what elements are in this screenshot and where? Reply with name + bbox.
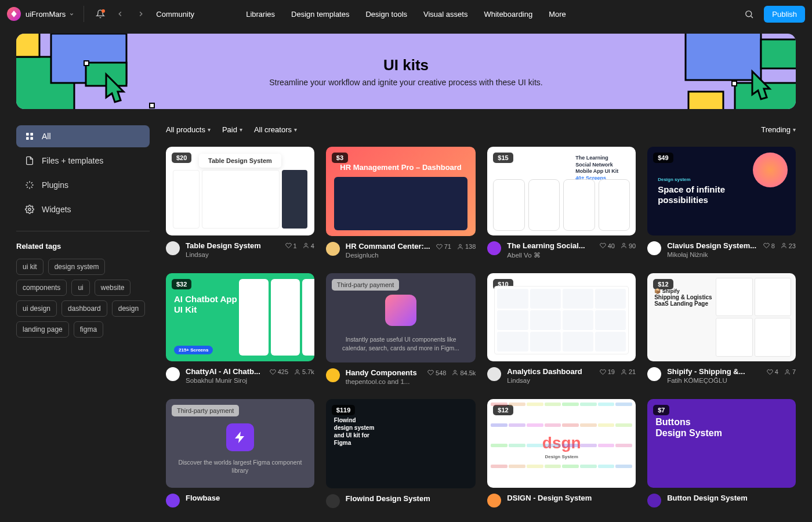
svg-point-18 bbox=[459, 244, 462, 246]
author-avatar[interactable] bbox=[487, 367, 501, 381]
chevron-down-icon: ▾ bbox=[208, 126, 211, 133]
tag-cloud: ui kit design system components ui websi… bbox=[16, 259, 150, 338]
resource-card[interactable]: $12dsgnDesign SystemDSIGN - Design Syste… bbox=[487, 399, 636, 508]
breadcrumb[interactable]: Community bbox=[156, 10, 194, 19]
card-grid: $20Table Design SystemTable Design Syste… bbox=[166, 147, 796, 508]
card-meta: Button Design System bbox=[647, 494, 796, 507]
publish-button[interactable]: Publish bbox=[764, 6, 805, 23]
nav-libraries[interactable]: Libraries bbox=[246, 10, 275, 19]
resource-card[interactable]: $119Flowinddesign systemand UI kit forFi… bbox=[326, 399, 476, 508]
svg-rect-9 bbox=[688, 92, 723, 109]
sidebar-item-label: Plugins bbox=[42, 180, 68, 190]
sidebar-item-plugins[interactable]: Plugins bbox=[16, 174, 150, 196]
sort-trending[interactable]: Trending ▾ bbox=[761, 125, 796, 134]
nav-forward-button[interactable] bbox=[133, 6, 149, 22]
author-avatar[interactable] bbox=[326, 368, 340, 382]
svg-rect-5 bbox=[84, 61, 89, 66]
resource-card[interactable]: $15The LearningSocial NetworkMobile App … bbox=[487, 147, 636, 259]
tag-landing-page[interactable]: landing page bbox=[16, 321, 69, 338]
price-badge: $15 bbox=[493, 153, 513, 163]
card-meta: ChattyAI - AI Chatb...Sobakhul Munir Sir… bbox=[166, 367, 314, 384]
tag-website[interactable]: website bbox=[95, 280, 131, 296]
notifications-button[interactable] bbox=[93, 7, 107, 21]
resource-card[interactable]: $3HR Management Pro – DashboardHR Comman… bbox=[326, 147, 476, 259]
card-thumbnail: Third-party paymentInstantly paste usefu… bbox=[326, 273, 476, 362]
card-stats: 1921 bbox=[600, 368, 636, 375]
author-avatar[interactable] bbox=[326, 494, 340, 508]
author-avatar[interactable] bbox=[487, 241, 501, 255]
resource-card[interactable]: $10Analytics DashboardLindsay1921 bbox=[487, 273, 636, 385]
card-title: ChattyAI - AI Chatb... bbox=[186, 367, 264, 376]
author-avatar[interactable] bbox=[487, 494, 501, 507]
resource-card[interactable]: Third-party paymentInstantly paste usefu… bbox=[326, 273, 476, 385]
card-meta: Flowbase bbox=[166, 494, 314, 507]
filter-creators[interactable]: All creators ▾ bbox=[254, 125, 297, 134]
card-meta: DSIGN - Design System bbox=[487, 494, 636, 507]
sidebar-item-widgets[interactable]: Widgets bbox=[16, 198, 150, 220]
tag-design[interactable]: design bbox=[112, 300, 145, 317]
card-author: Lindsay bbox=[186, 251, 280, 258]
file-icon bbox=[24, 155, 35, 166]
sidebar-item-all[interactable]: All bbox=[16, 125, 150, 147]
price-badge: $20 bbox=[172, 153, 191, 163]
card-thumbnail: $3HR Management Pro – Dashboard bbox=[326, 147, 476, 236]
resource-card[interactable]: $12📦 ShipifyShipping & LogisticsSaaS Lan… bbox=[647, 273, 796, 385]
author-avatar[interactable] bbox=[647, 241, 661, 255]
users-stat: 90 bbox=[621, 242, 636, 249]
tag-ui[interactable]: ui bbox=[71, 280, 89, 296]
author-avatar[interactable] bbox=[166, 494, 180, 507]
chevron-down-icon: ▾ bbox=[793, 126, 796, 133]
author-avatar[interactable] bbox=[166, 241, 180, 255]
card-author: thepentool.co and 1... bbox=[346, 378, 422, 385]
svg-point-20 bbox=[782, 244, 785, 246]
author-avatar[interactable] bbox=[326, 242, 340, 256]
author-avatar[interactable] bbox=[647, 367, 661, 381]
likes-stat: 19 bbox=[600, 368, 615, 375]
workspace-switcher[interactable]: uiFromMars bbox=[26, 10, 74, 19]
resource-card[interactable]: $32AI Chatbot AppUI Kit215+ ScreensChatt… bbox=[166, 273, 314, 385]
tag-design-system[interactable]: design system bbox=[48, 259, 106, 275]
card-stats: 71138 bbox=[436, 243, 476, 250]
nav-back-button[interactable] bbox=[112, 6, 128, 22]
tag-ui-design[interactable]: ui design bbox=[16, 300, 57, 317]
author-avatar[interactable] bbox=[647, 494, 661, 507]
users-stat: 138 bbox=[457, 243, 476, 250]
card-stats: 4090 bbox=[600, 242, 636, 249]
workspace-logo[interactable] bbox=[7, 7, 21, 21]
hero-subtitle: Streamline your workflow and ignite your… bbox=[269, 78, 543, 87]
nav-design-tools[interactable]: Design tools bbox=[365, 10, 407, 19]
main-layout: All Files + templates Plugins Widgets Re… bbox=[0, 109, 812, 508]
likes-stat: 4 bbox=[767, 368, 778, 375]
sidebar-item-files[interactable]: Files + templates bbox=[16, 150, 150, 172]
users-stat: 5.7k bbox=[294, 368, 314, 375]
filter-products[interactable]: All products ▾ bbox=[166, 125, 211, 134]
card-title: Table Design System bbox=[186, 241, 280, 250]
search-button[interactable] bbox=[741, 6, 757, 22]
resource-card[interactable]: $7ButtonsDesign SystemButton Design Syst… bbox=[647, 399, 796, 508]
tag-components[interactable]: components bbox=[16, 280, 67, 296]
nav-visual-assets[interactable]: Visual assets bbox=[423, 10, 467, 19]
filter-paid[interactable]: Paid ▾ bbox=[222, 125, 242, 134]
workspace-name-label: uiFromMars bbox=[26, 10, 66, 19]
price-badge: $119 bbox=[332, 405, 355, 415]
svg-rect-13 bbox=[30, 133, 33, 136]
svg-point-24 bbox=[786, 369, 789, 372]
resource-card[interactable]: $49Design systemSpace of infinitepossibi… bbox=[647, 147, 796, 259]
tag-figma[interactable]: figma bbox=[74, 321, 103, 338]
resource-card[interactable]: $20Table Design SystemTable Design Syste… bbox=[166, 147, 314, 259]
hero-art-left bbox=[16, 34, 167, 109]
card-title: Flowbase bbox=[186, 494, 314, 502]
tag-ui-kit[interactable]: ui kit bbox=[16, 259, 44, 275]
users-stat: 7 bbox=[784, 368, 796, 375]
widget-icon bbox=[24, 204, 35, 215]
card-stats: 823 bbox=[763, 242, 796, 249]
author-avatar[interactable] bbox=[166, 367, 180, 381]
price-badge: $32 bbox=[172, 279, 191, 289]
chevron-down-icon: ▾ bbox=[240, 126, 242, 133]
nav-more[interactable]: More bbox=[549, 10, 566, 19]
svg-rect-6 bbox=[150, 103, 154, 108]
resource-card[interactable]: Third-party paymentDiscover the worlds l… bbox=[166, 399, 314, 508]
nav-design-templates[interactable]: Design templates bbox=[291, 10, 349, 19]
tag-dashboard[interactable]: dashboard bbox=[61, 300, 107, 317]
nav-whiteboarding[interactable]: Whiteboarding bbox=[484, 10, 532, 19]
